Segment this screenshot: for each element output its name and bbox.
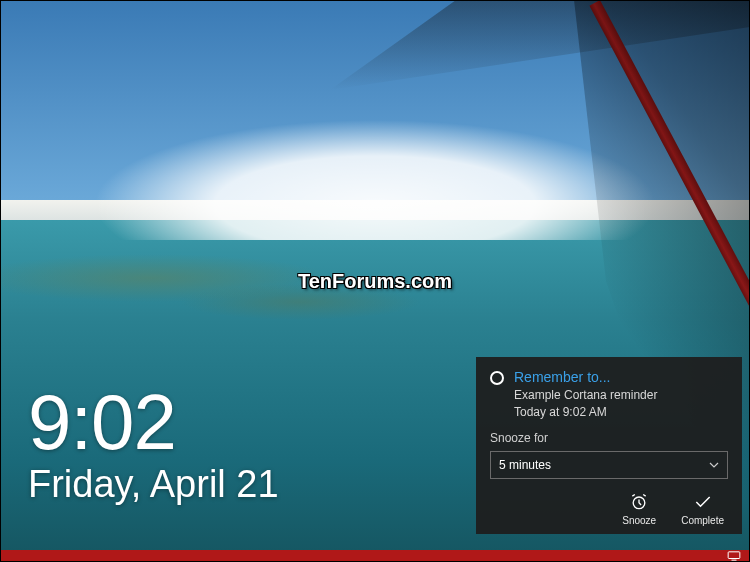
alarm-clock-icon xyxy=(628,491,650,513)
svg-rect-1 xyxy=(728,552,740,559)
snooze-for-label: Snooze for xyxy=(490,431,728,445)
notification-time-line: Today at 9:02 AM xyxy=(514,404,728,421)
clock-date: Friday, April 21 xyxy=(28,463,279,506)
complete-button[interactable]: Complete xyxy=(677,489,728,528)
complete-button-label: Complete xyxy=(681,515,724,526)
checkmark-icon xyxy=(692,491,714,513)
chevron-down-icon xyxy=(709,460,719,470)
presentation-mode-icon[interactable] xyxy=(726,551,742,561)
bottom-strip xyxy=(0,550,750,562)
clock-time: 9:02 xyxy=(28,383,279,461)
cortana-reminder-toast[interactable]: Remember to... Example Cortana reminder … xyxy=(476,357,742,534)
clock-area: 9:02 Friday, April 21 xyxy=(28,383,279,506)
snooze-button-label: Snooze xyxy=(622,515,656,526)
snooze-duration-select[interactable]: 5 minutes xyxy=(490,451,728,479)
lock-screen[interactable]: TenForums.com 9:02 Friday, April 21 Reme… xyxy=(0,0,750,562)
snooze-duration-value: 5 minutes xyxy=(499,458,551,472)
cortana-icon xyxy=(490,371,504,385)
notification-body-line: Example Cortana reminder xyxy=(514,387,728,404)
snooze-button[interactable]: Snooze xyxy=(615,489,663,528)
notification-title: Remember to... xyxy=(514,369,610,385)
watermark-text: TenForums.com xyxy=(298,270,452,293)
